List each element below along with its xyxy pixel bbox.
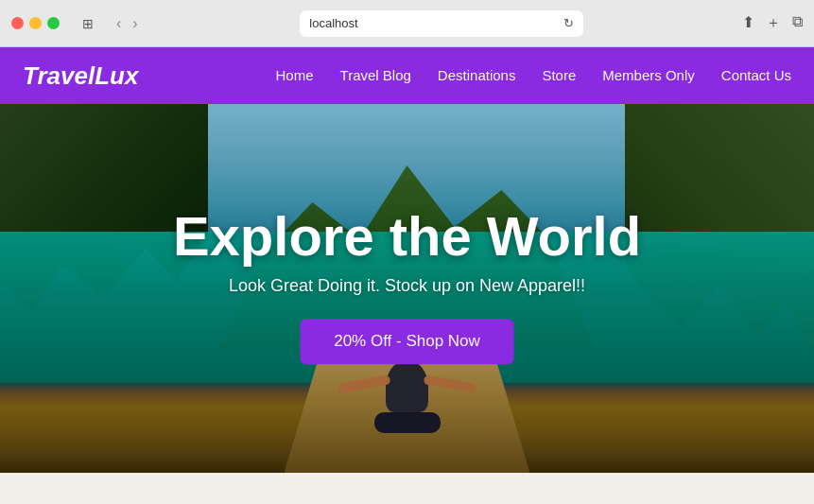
navbar: TravelLux Home Travel Blog Destinations … — [0, 47, 814, 104]
forward-button[interactable]: › — [129, 13, 141, 34]
nav-item-contact-us[interactable]: Contact Us — [721, 67, 791, 84]
address-text: localhost — [309, 16, 357, 30]
nav-item-home[interactable]: Home — [276, 67, 314, 84]
nav-link-destinations[interactable]: Destinations — [438, 67, 516, 83]
nav-item-members-only[interactable]: Members Only — [602, 67, 695, 84]
nav-link-home[interactable]: Home — [276, 67, 314, 83]
browser-chrome: ⊞ ‹ › localhost ↻ ⬆ ＋ ⧉ — [0, 0, 814, 47]
tabs-icon[interactable]: ⧉ — [792, 13, 803, 33]
address-bar[interactable]: localhost ↻ — [300, 10, 583, 37]
new-tab-icon[interactable]: ＋ — [766, 13, 781, 33]
nav-link-contact-us[interactable]: Contact Us — [721, 67, 791, 83]
browser-actions: ⬆ ＋ ⧉ — [742, 13, 803, 33]
brand-logo[interactable]: TravelLux — [23, 61, 138, 91]
nav-link-travel-blog[interactable]: Travel Blog — [340, 67, 411, 83]
sidebar-toggle[interactable]: ⊞ — [75, 14, 101, 33]
minimize-button[interactable] — [29, 17, 42, 29]
hero-section: Explore the World Look Great Doing it. S… — [0, 104, 814, 473]
nav-item-destinations[interactable]: Destinations — [438, 67, 516, 84]
nav-link-members-only[interactable]: Members Only — [602, 67, 695, 83]
close-button[interactable] — [11, 17, 24, 29]
maximize-button[interactable] — [47, 17, 60, 29]
hero-subtitle: Look Great Doing it. Stock up on New App… — [0, 276, 814, 296]
cta-button[interactable]: 20% Off - Shop Now — [300, 319, 514, 364]
nav-arrows: ‹ › — [113, 13, 142, 34]
share-icon[interactable]: ⬆ — [742, 13, 754, 33]
nav-link-store[interactable]: Store — [542, 67, 576, 83]
bottom-area — [0, 473, 814, 492]
website: TravelLux Home Travel Blog Destinations … — [0, 47, 814, 492]
reload-icon[interactable]: ↻ — [563, 16, 574, 30]
nav-links: Home Travel Blog Destinations Store Memb… — [276, 67, 791, 84]
nav-item-store[interactable]: Store — [542, 67, 576, 84]
traffic-lights — [11, 17, 60, 29]
hero-content: Explore the World Look Great Doing it. S… — [0, 206, 814, 364]
nav-item-travel-blog[interactable]: Travel Blog — [340, 67, 411, 84]
hero-title: Explore the World — [0, 206, 814, 267]
back-button[interactable]: ‹ — [113, 13, 125, 34]
